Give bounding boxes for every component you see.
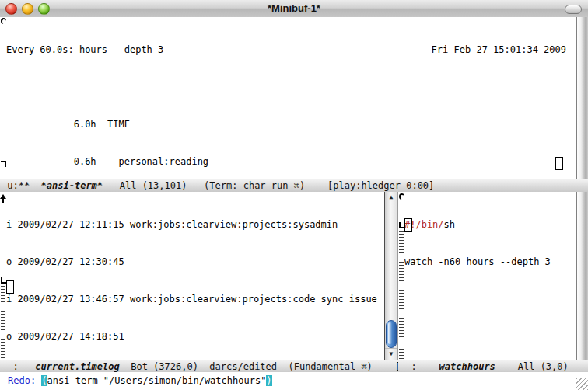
timelog-pane[interactable]: i 2009/02/27 12:11:15 work:jobs:clearvie… — [0, 192, 384, 360]
minibuffer-prompt: Redo: — [8, 375, 41, 386]
scrollbar-thumb[interactable] — [386, 320, 397, 348]
timelog-line: o 2009/02/27 14:18:51 — [6, 330, 384, 343]
timelog-line: i 2009/02/27 12:11:15 work:jobs:clearvie… — [6, 218, 384, 231]
empty-lines-indicator — [399, 231, 404, 359]
modeline-flags: --:-- — [400, 361, 439, 372]
modeline-ansi-term[interactable]: -u:** *ansi-term* All (13,101) (Term: ch… — [0, 179, 588, 193]
timelog-line: o 2009/02/27 12:30:45 — [6, 256, 384, 268]
matching-paren-open: ( — [41, 375, 47, 386]
inactive-cursor — [555, 157, 563, 170]
buffer-name: *ansi-term* — [41, 180, 103, 191]
matching-paren-close: ) — [266, 375, 271, 386]
resize-grip[interactable] — [576, 378, 588, 390]
minibuffer[interactable]: Redo: (ansi-term "/Users/simon/bin/watch… — [0, 372, 588, 390]
close-button[interactable] — [5, 3, 17, 15]
zoom-button[interactable] — [38, 3, 50, 15]
minibuffer-command: ansi-term "/Users/simon/bin/watchhours" — [47, 375, 267, 386]
window-titlebar[interactable]: *Minibuf-1* — [0, 0, 588, 18]
buffer-bottom-corner-icon — [1, 161, 6, 167]
modeline-info: Bot (3726,0) darcs/edited (Fundamental ⌘… — [120, 361, 398, 372]
modeline-current-timelog[interactable]: --:-- current.timelog Bot (3726,0) darcs… — [0, 360, 398, 373]
modeline-flags: --:-- — [2, 361, 35, 372]
buffer-top-corner-icon — [1, 18, 6, 24]
blank-line — [6, 81, 576, 93]
scrollbar-down-arrow[interactable]: ▼ — [385, 348, 397, 360]
buffer-bottom-corner-icon — [399, 222, 404, 228]
report-line: 6.0h TIME — [6, 118, 576, 131]
buffer-bottom-corner-icon — [1, 277, 6, 284]
script-line: watch -n60 hours --depth 3 — [404, 256, 576, 268]
timelog-line: i 2009/02/27 13:46:57 work:jobs:clearvie… — [6, 293, 384, 305]
more-above-arrow-icon — [2, 199, 4, 203]
terminal-pane[interactable]: Every 60.0s: hours --depth 3 Fri Feb 27 … — [0, 17, 576, 179]
emacs-window: *Minibuf-1* Every 60.0s: hours --depth 3… — [0, 0, 588, 390]
buffer-name: current.timelog — [35, 361, 119, 372]
modeline-watchhours[interactable]: --:-- watchhours All (3,0) — [398, 360, 588, 373]
inactive-cursor — [404, 218, 412, 232]
scrollbar-track[interactable] — [576, 17, 588, 179]
scrollbar[interactable]: ▲ ▼ — [384, 192, 398, 360]
modeline-flags: -u:** — [2, 180, 41, 191]
empty-lines-indicator — [1, 286, 5, 359]
script-pane[interactable]: #!/bin/sh watch -n60 hours --depth 3 — [398, 192, 576, 360]
scrollbar-up-arrow[interactable]: ▲ — [385, 192, 397, 203]
buffer-name: watchhours — [439, 361, 495, 372]
buffer-top-corner-icon — [399, 193, 404, 200]
watch-clock-text: Fri Feb 27 15:01:34 2009 — [432, 44, 566, 56]
toolbar-toggle-button[interactable] — [565, 5, 582, 14]
modeline-info: All (3,0) — [495, 361, 569, 372]
watch-interval-text: Every 60.0s: hours --depth 3 — [6, 44, 163, 56]
window-title: *Minibuf-1* — [268, 2, 320, 15]
report-line: 0.6h personal:reading — [6, 155, 576, 168]
minimize-button[interactable] — [22, 3, 33, 15]
inactive-cursor — [6, 280, 14, 294]
shebang-interpreter: sh — [444, 219, 455, 230]
modeline-info: All (13,101) (Term: char run ⌘)----[play… — [103, 180, 588, 191]
scrollbar-track[interactable] — [576, 192, 588, 372]
